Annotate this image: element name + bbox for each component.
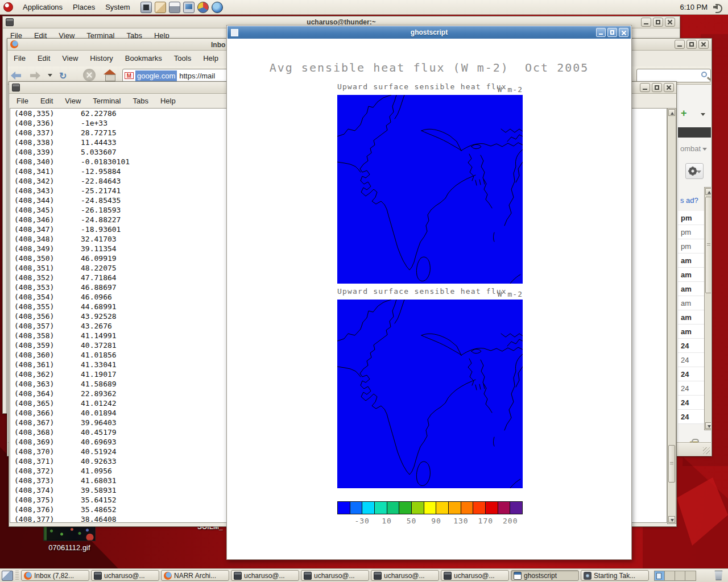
new-tab-plus-icon[interactable]: +: [681, 107, 687, 119]
taskbar-window-button[interactable]: Inbox (7,82...: [21, 570, 89, 581]
menu-item[interactable]: Help: [158, 95, 179, 106]
colorbar-segment: [337, 501, 350, 514]
mail-row-time[interactable]: am: [678, 282, 704, 296]
menu-applications[interactable]: Applications: [18, 1, 68, 13]
resize-grip[interactable]: [703, 447, 710, 454]
menu-item[interactable]: Help: [200, 53, 221, 64]
mail-row-time[interactable]: 24: [678, 396, 704, 410]
workspace-1[interactable]: [655, 571, 665, 580]
menu-item[interactable]: Terminal: [90, 95, 123, 106]
maximize-button[interactable]: [653, 18, 663, 27]
mail-row-time[interactable]: am: [678, 310, 704, 325]
taskbar-window-button[interactable]: ghostscript: [511, 570, 579, 581]
taskbar-window-button[interactable]: ucharuso@...: [371, 570, 439, 581]
taskbar-window-button[interactable]: ucharuso@...: [91, 570, 159, 581]
menu-item[interactable]: View: [59, 53, 81, 64]
url-bar[interactable]: M google.com https://mail: [122, 69, 228, 82]
mail-scrollbar[interactable]: [704, 187, 711, 430]
workspace-4[interactable]: [685, 571, 696, 580]
taskbar-window-button[interactable]: ucharuso@...: [301, 570, 369, 581]
search-input[interactable]: [636, 69, 711, 82]
mail-row-time[interactable]: 24: [678, 367, 704, 381]
workspace-2[interactable]: [665, 571, 675, 580]
panel-launcher-icon[interactable]: [155, 2, 166, 13]
menu-item[interactable]: Edit: [35, 53, 53, 64]
mail-row-time[interactable]: am: [678, 325, 704, 339]
scrollbar-thumb[interactable]: [668, 445, 675, 483]
tab-list-dropdown-icon[interactable]: [701, 113, 705, 116]
taskbar-window-button[interactable]: ucharuso@...: [441, 570, 509, 581]
menu-item[interactable]: History: [87, 53, 115, 64]
minimize-button[interactable]: [596, 28, 606, 37]
maximize-button[interactable]: [652, 83, 662, 92]
trash-icon[interactable]: [714, 571, 723, 580]
gear-button[interactable]: [685, 163, 704, 179]
nav-dropdown-icon[interactable]: [48, 74, 52, 77]
panel-launcher-icon[interactable]: [212, 2, 223, 13]
mail-row-time[interactable]: pm: [678, 239, 704, 253]
colorbar-segment: [387, 501, 399, 514]
taskbar-window-button[interactable]: ucharuso@...: [231, 570, 299, 581]
grid-coordinate: (408,335): [10, 109, 81, 118]
mail-row-time[interactable]: 24: [678, 410, 704, 424]
menu-item[interactable]: File: [14, 95, 31, 106]
panel-launcher-icon[interactable]: [169, 2, 180, 13]
forward-button[interactable]: [28, 69, 42, 82]
mail-row-time[interactable]: 24: [678, 381, 704, 396]
ad-link[interactable]: s ad?: [680, 196, 698, 205]
close-button[interactable]: [698, 40, 709, 49]
scroll-down-arrow[interactable]: [668, 516, 675, 523]
terminal2-scrollbar[interactable]: [667, 108, 676, 524]
desktop-icon-gif[interactable]: 07061112.gif: [43, 524, 96, 552]
search-icon[interactable]: [701, 72, 707, 77]
menu-item[interactable]: Tabs: [130, 95, 151, 106]
close-button[interactable]: [619, 28, 628, 37]
clock[interactable]: 6:10 PM: [680, 3, 708, 11]
grid-value: 62.22786: [81, 109, 117, 118]
mail-row-time[interactable]: pm: [678, 211, 704, 225]
scroll-up-arrow[interactable]: [705, 188, 711, 195]
mail-row-time[interactable]: am: [678, 253, 704, 268]
panel-launcher-icon[interactable]: [197, 2, 209, 13]
mail-row-time[interactable]: 24: [678, 339, 704, 353]
panel-launcher-icon[interactable]: [183, 2, 195, 13]
taskbar-window-icon: [584, 572, 592, 580]
mail-row-time[interactable]: 24: [678, 353, 704, 367]
minimize-button[interactable]: [675, 40, 685, 49]
menu-item[interactable]: Tools: [171, 53, 194, 64]
ghostscript-titlebar[interactable]: ghostscript: [228, 26, 631, 39]
menu-item[interactable]: Bookmarks: [122, 53, 165, 64]
stop-icon[interactable]: [83, 69, 96, 81]
menu-system[interactable]: System: [100, 1, 135, 13]
close-button[interactable]: [664, 83, 674, 92]
close-button[interactable]: [665, 18, 675, 27]
menu-places[interactable]: Places: [68, 1, 100, 13]
home-icon[interactable]: [104, 69, 116, 81]
maximize-button[interactable]: [607, 28, 617, 37]
grid-coordinate: (408,343): [10, 186, 81, 196]
mail-row-time[interactable]: am: [678, 268, 704, 282]
maximize-button[interactable]: [686, 40, 697, 49]
workspace-3[interactable]: [675, 571, 685, 580]
taskbar-window-button[interactable]: NARR Archi...: [161, 570, 229, 581]
menu-item[interactable]: File: [11, 53, 28, 64]
panel-launcher-icon[interactable]: [140, 2, 152, 13]
grid-value: -25.21741: [81, 186, 121, 195]
menu-item[interactable]: View: [62, 95, 84, 106]
scroll-up-arrow[interactable]: [668, 109, 675, 116]
volume-icon[interactable]: [713, 3, 723, 12]
grid-coordinate: (408,354): [10, 292, 81, 302]
minimize-button[interactable]: [640, 83, 650, 92]
scrollbar-thumb[interactable]: [705, 197, 711, 293]
show-desktop-icon[interactable]: [2, 571, 13, 581]
taskbar-window-button[interactable]: Starting Tak...: [581, 570, 649, 581]
scroll-down-arrow[interactable]: [705, 422, 711, 429]
mail-row-time[interactable]: pm: [678, 225, 704, 239]
minimize-button[interactable]: [641, 18, 651, 27]
back-button[interactable]: [9, 69, 23, 82]
redhat-menu-icon[interactable]: [3, 2, 13, 12]
mail-row-time[interactable]: am: [678, 296, 704, 310]
grid-value: -0.01830101: [81, 157, 130, 166]
menu-item[interactable]: Edit: [38, 95, 56, 106]
workspace-switcher[interactable]: [654, 571, 696, 581]
